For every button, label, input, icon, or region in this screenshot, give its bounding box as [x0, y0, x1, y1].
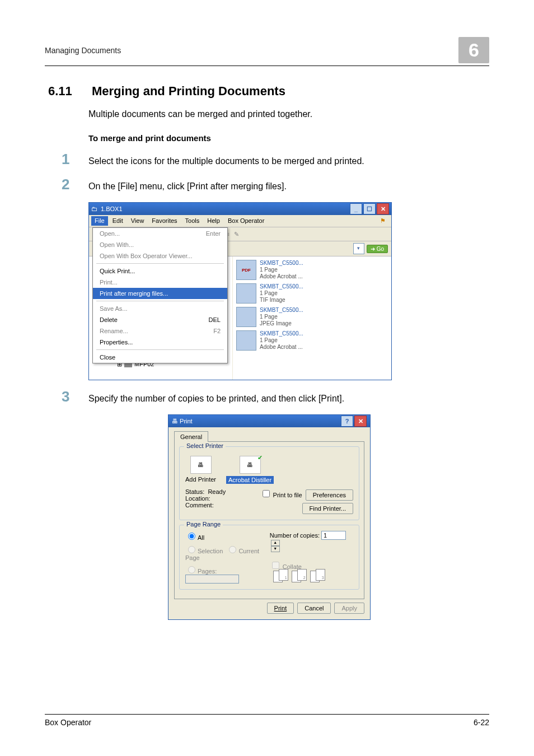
footer-product: Box Operator [45, 718, 91, 727]
help-button[interactable]: ? [341, 416, 353, 427]
printer-icon: 🖶✔ [240, 456, 261, 474]
page-range-current-radio [229, 546, 236, 553]
file-meta: 1 Page [260, 314, 303, 320]
menu-help[interactable]: Help [204, 216, 223, 226]
preferences-button[interactable]: Preferences [306, 489, 353, 501]
explorer-window: 🗀 1.BOX1 _ ☐ ✕ File Edit View Favorites … [88, 202, 392, 380]
step-text: On the [File] menu, click [Print after m… [88, 180, 287, 193]
spinner-up[interactable]: ▲ [271, 540, 280, 546]
page-range-current-label: Current Page [185, 548, 259, 561]
maximize-button[interactable]: ☐ [363, 203, 376, 214]
find-printer-button[interactable]: Find Printer... [302, 503, 353, 514]
close-button[interactable]: ✕ [377, 203, 389, 214]
windows-flag-icon: ⚑ [377, 216, 389, 226]
comment-label: Comment: [185, 502, 226, 508]
pdf-thumb-icon[interactable] [236, 330, 256, 351]
step-text: Specify the number of copies to be print… [88, 392, 344, 405]
status-label: Status: [185, 488, 204, 495]
address-drop-icon[interactable]: ▾ [353, 243, 364, 254]
close-button[interactable]: ✕ [354, 416, 367, 427]
add-printer-icon: 🖶 [190, 456, 212, 474]
apply-button: Apply [334, 603, 364, 614]
group-page-range: Page Range [184, 521, 223, 528]
menu-item-save-as[interactable]: Save As... [93, 303, 227, 314]
copies-input[interactable] [321, 531, 346, 540]
status-value: Ready [208, 488, 226, 495]
chapter-number-badge: 6 [458, 37, 489, 63]
minimize-button[interactable]: _ [350, 203, 362, 214]
pdf-thumb-icon[interactable]: PDF [236, 260, 256, 280]
menu-item-delete[interactable]: DeleteDEL [93, 314, 227, 325]
step-text: Select the icons for the multiple docume… [88, 155, 364, 168]
location-label: Location: [185, 495, 226, 502]
section-number: 6.11 [45, 84, 92, 99]
menu-item-quick-print[interactable]: Quick Print... [93, 265, 227, 277]
menu-item-properties[interactable]: Properties... [93, 337, 227, 348]
toolbar-icon[interactable]: ✎ [234, 231, 239, 238]
collate-illustration-icon: 11 22 33 [273, 571, 325, 582]
menu-file[interactable]: File [91, 216, 108, 226]
window-icon: 🗀 [91, 206, 97, 212]
file-meta: 1 Page [260, 337, 303, 344]
footer-page: 6-22 [474, 718, 489, 727]
menu-view[interactable]: View [128, 216, 148, 226]
spinner-down[interactable]: ▼ [271, 546, 280, 552]
step-number: 3 [62, 388, 88, 405]
window-title: 1.BOX1 [101, 206, 123, 212]
menu-item-open-with-viewer[interactable]: Open With Box Operator Viewer... [93, 250, 227, 262]
menu-item-open-with[interactable]: Open With... [93, 239, 227, 250]
print-dialog: 🖶 Print ? ✕ General Select Printer 🖶 Add… [168, 414, 371, 620]
page-range-pages-input [185, 575, 239, 584]
menu-bar: File Edit View Favorites Tools Help Box … [89, 215, 391, 227]
cancel-button[interactable]: Cancel [297, 603, 331, 614]
menu-item-print-after-merging[interactable]: Print after merging files... [93, 288, 227, 299]
step-number: 2 [62, 176, 88, 193]
tiff-thumb-icon[interactable] [236, 283, 256, 304]
file-meta: JPEG Image [260, 320, 303, 327]
jpeg-thumb-icon[interactable] [236, 307, 256, 327]
print-to-file-checkbox[interactable] [263, 490, 270, 497]
copies-label: Number of copies: [270, 532, 320, 539]
menu-edit[interactable]: Edit [109, 216, 127, 226]
go-button[interactable]: ➜Go [367, 245, 388, 253]
file-meta: 1 Page [260, 290, 303, 297]
add-printer-item[interactable]: 🖶 Add Printer [185, 456, 216, 484]
group-select-printer: Select Printer [184, 442, 226, 449]
menu-tools[interactable]: Tools [182, 216, 203, 226]
running-header: Managing Documents [45, 46, 121, 55]
file-meta: Adobe Acrobat ... [260, 344, 303, 351]
procedure-heading: To merge and print documents [88, 133, 489, 143]
step-number: 1 [62, 151, 88, 168]
menu-favorites[interactable]: Favorites [148, 216, 180, 226]
menu-box-operator[interactable]: Box Operator [224, 216, 268, 226]
page-range-pages-label: Pages: [198, 568, 217, 575]
page-range-pages-radio [188, 566, 195, 573]
file-name: SKMBT_C5500... [260, 307, 303, 314]
file-meta: Adobe Acrobat ... [260, 273, 303, 280]
print-button[interactable]: Print [267, 603, 294, 614]
intro-text: Multiple documents can be merged and pri… [88, 108, 489, 121]
menu-item-open[interactable]: Open...Enter [93, 228, 227, 239]
file-menu-dropdown: Open...Enter Open With... Open With Box … [92, 227, 228, 363]
tab-general[interactable]: General [174, 431, 208, 442]
menu-item-print[interactable]: Print... [93, 277, 227, 288]
print-to-file-label: Print to file [273, 492, 302, 498]
menu-item-rename[interactable]: Rename...F2 [93, 325, 227, 337]
page-range-all-radio[interactable] [188, 533, 195, 540]
file-name: SKMBT_C5500... [260, 283, 303, 290]
file-meta: TIF Image [260, 297, 303, 304]
file-name: SKMBT_C5500... [260, 260, 303, 267]
section-title: Merging and Printing Documents [92, 84, 285, 99]
page-range-all-label: All [198, 534, 204, 541]
acrobat-distiller-item[interactable]: 🖶✔ Acrobat Distiller [226, 456, 274, 484]
menu-item-close[interactable]: Close [93, 352, 227, 363]
file-name: SKMBT_C5500... [260, 330, 303, 337]
page-range-selection-radio [188, 546, 195, 553]
page-range-selection-label: Selection [198, 548, 223, 554]
collate-checkbox [272, 562, 279, 569]
file-meta: 1 Page [260, 267, 303, 273]
dialog-title: Print [180, 418, 193, 424]
